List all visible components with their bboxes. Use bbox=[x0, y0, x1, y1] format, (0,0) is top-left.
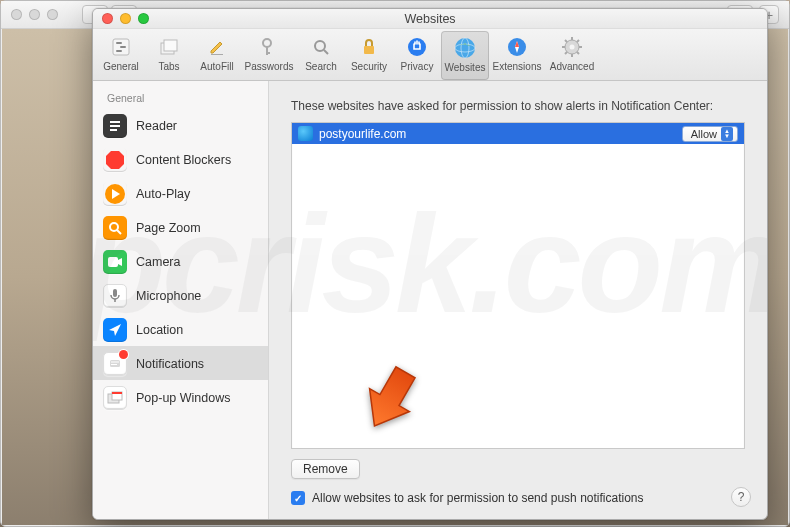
svg-point-16 bbox=[455, 38, 475, 58]
svg-rect-40 bbox=[108, 257, 118, 267]
website-row[interactable]: postyourlife.com Allow ▲▼ bbox=[292, 123, 744, 144]
window-title: Websites bbox=[404, 12, 455, 26]
remove-button[interactable]: Remove bbox=[291, 459, 360, 479]
zoom-icon bbox=[103, 216, 127, 240]
sidebar-item-camera[interactable]: Camera bbox=[93, 244, 268, 278]
toolbar-search[interactable]: Search bbox=[297, 31, 345, 80]
location-icon bbox=[103, 318, 127, 342]
sidebar-item-location[interactable]: Location bbox=[93, 312, 268, 346]
svg-rect-7 bbox=[164, 40, 177, 51]
svg-line-28 bbox=[565, 40, 567, 42]
popup-icon bbox=[103, 386, 127, 410]
checkbox-checked-icon[interactable]: ✓ bbox=[291, 491, 305, 505]
switches-icon bbox=[108, 34, 134, 60]
minimize-icon[interactable] bbox=[120, 13, 131, 24]
svg-rect-5 bbox=[116, 50, 122, 52]
toolbar-advanced[interactable]: Advanced bbox=[545, 31, 599, 80]
toolbar-label: Privacy bbox=[401, 61, 434, 72]
sidebar-item-popup-windows[interactable]: Pop-up Windows bbox=[93, 380, 268, 414]
svg-line-39 bbox=[117, 230, 121, 234]
toolbar-privacy[interactable]: Privacy bbox=[393, 31, 441, 80]
toolbar-label: Extensions bbox=[493, 61, 542, 72]
svg-rect-42 bbox=[113, 289, 117, 297]
svg-line-13 bbox=[324, 50, 328, 54]
svg-point-12 bbox=[315, 41, 325, 51]
svg-rect-32 bbox=[110, 121, 120, 123]
svg-rect-46 bbox=[111, 361, 119, 362]
traffic-lights-inactive bbox=[11, 9, 58, 20]
key-icon bbox=[256, 34, 282, 60]
tabs-icon bbox=[156, 34, 182, 60]
svg-point-23 bbox=[570, 45, 575, 50]
favicon-icon bbox=[298, 126, 313, 141]
sidebar-item-label: Notifications bbox=[136, 357, 204, 371]
toolbar-label: Passwords bbox=[245, 61, 294, 72]
toolbar-label: Websites bbox=[445, 62, 486, 73]
play-icon bbox=[103, 182, 127, 206]
minimize-icon[interactable] bbox=[29, 9, 40, 20]
content-header: These websites have asked for permission… bbox=[291, 99, 745, 113]
pencil-icon bbox=[204, 34, 230, 60]
globe-icon bbox=[452, 35, 478, 61]
notification-badge-icon bbox=[119, 350, 128, 359]
toolbar-security[interactable]: Security bbox=[345, 31, 393, 80]
sidebar-item-label: Content Blockers bbox=[136, 153, 231, 167]
close-icon[interactable] bbox=[11, 9, 22, 20]
toolbar-label: AutoFill bbox=[200, 61, 233, 72]
preferences-window: Websites General Tabs AutoFill Passwords… bbox=[92, 8, 768, 520]
sidebar-item-reader[interactable]: Reader bbox=[93, 108, 268, 142]
sidebar-item-label: Pop-up Windows bbox=[136, 391, 231, 405]
magnifier-icon bbox=[308, 34, 334, 60]
sidebar-item-label: Page Zoom bbox=[136, 221, 201, 235]
sidebar-item-label: Camera bbox=[136, 255, 180, 269]
preferences-toolbar: General Tabs AutoFill Passwords Search S… bbox=[93, 29, 767, 81]
svg-point-9 bbox=[263, 39, 271, 47]
toolbar-tabs[interactable]: Tabs bbox=[145, 31, 193, 80]
toolbar-websites[interactable]: Websites bbox=[441, 31, 489, 80]
toolbar-passwords[interactable]: Passwords bbox=[241, 31, 297, 80]
svg-line-29 bbox=[577, 52, 579, 54]
lock-icon bbox=[356, 34, 382, 60]
sidebar: General Reader Content Blockers Auto-Pla… bbox=[93, 81, 269, 519]
zoom-icon[interactable] bbox=[138, 13, 149, 24]
camera-icon bbox=[103, 250, 127, 274]
gear-icon bbox=[559, 34, 585, 60]
permission-value: Allow bbox=[691, 128, 717, 140]
svg-rect-8 bbox=[211, 54, 223, 55]
svg-rect-45 bbox=[110, 360, 120, 367]
sidebar-item-label: Microphone bbox=[136, 289, 201, 303]
sidebar-item-label: Location bbox=[136, 323, 183, 337]
sidebar-item-auto-play[interactable]: Auto-Play bbox=[93, 176, 268, 210]
content-pane: These websites have asked for permission… bbox=[269, 81, 767, 519]
sidebar-group-label: General bbox=[93, 91, 268, 108]
permission-select[interactable]: Allow ▲▼ bbox=[682, 126, 738, 142]
compass-icon bbox=[504, 34, 530, 60]
toolbar-general[interactable]: General bbox=[97, 31, 145, 80]
svg-rect-11 bbox=[266, 52, 270, 54]
svg-rect-14 bbox=[364, 46, 374, 54]
sidebar-item-content-blockers[interactable]: Content Blockers bbox=[93, 142, 268, 176]
close-icon[interactable] bbox=[102, 13, 113, 24]
toolbar-extensions[interactable]: Extensions bbox=[489, 31, 545, 80]
svg-rect-3 bbox=[116, 42, 122, 44]
sidebar-item-page-zoom[interactable]: Page Zoom bbox=[93, 210, 268, 244]
toolbar-label: Advanced bbox=[550, 61, 594, 72]
mic-icon bbox=[103, 284, 127, 308]
help-button[interactable]: ? bbox=[731, 487, 751, 507]
svg-rect-33 bbox=[110, 125, 120, 127]
zoom-icon[interactable] bbox=[47, 9, 58, 20]
svg-line-31 bbox=[577, 40, 579, 42]
sidebar-item-microphone[interactable]: Microphone bbox=[93, 278, 268, 312]
toolbar-label: Search bbox=[305, 61, 337, 72]
sidebar-item-label: Auto-Play bbox=[136, 187, 190, 201]
website-list[interactable]: postyourlife.com Allow ▲▼ bbox=[291, 122, 745, 449]
allow-checkbox-row[interactable]: ✓ Allow websites to ask for permission t… bbox=[291, 491, 745, 505]
svg-point-38 bbox=[110, 223, 118, 231]
svg-marker-44 bbox=[109, 324, 121, 336]
toolbar-autofill[interactable]: AutoFill bbox=[193, 31, 241, 80]
sidebar-item-notifications[interactable]: Notifications bbox=[93, 346, 268, 380]
checkbox-label: Allow websites to ask for permission to … bbox=[312, 491, 644, 505]
stop-icon bbox=[103, 148, 127, 172]
svg-marker-41 bbox=[118, 258, 122, 266]
reader-icon bbox=[103, 114, 127, 138]
